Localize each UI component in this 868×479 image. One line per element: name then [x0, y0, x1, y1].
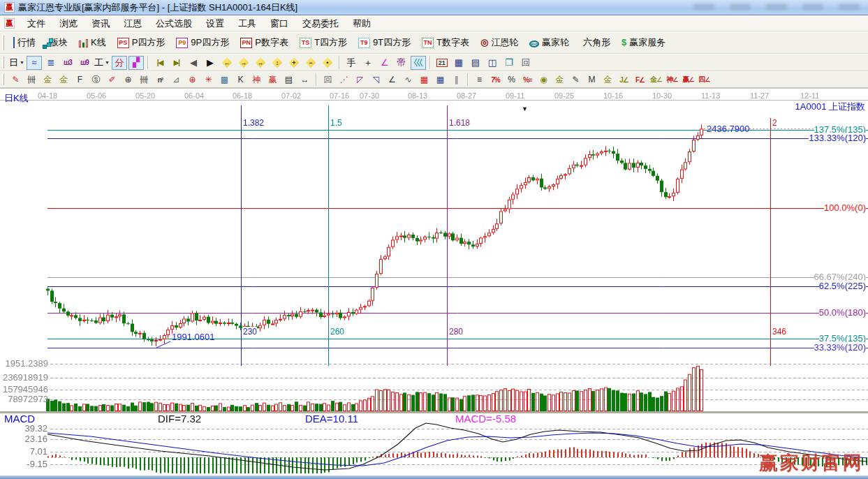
- tool-angle-measure[interactable]: ∠: [377, 56, 392, 70]
- tool-pattern-tool[interactable]: 巛: [411, 56, 426, 70]
- tool-ying-angle[interactable]: 赢∠: [681, 73, 696, 87]
- toolbar-button-9t-square[interactable]: T99T四方形: [353, 34, 416, 52]
- tool-page-left[interactable]: ◀: [186, 56, 201, 70]
- toolbar-button-winner-service[interactable]: $赢家服务: [616, 34, 671, 52]
- tool-gold-circle[interactable]: ◉: [536, 73, 551, 87]
- tool-box-tool[interactable]: 回: [321, 73, 335, 87]
- tool-fan-box[interactable]: ◸: [353, 73, 367, 87]
- toolbar-button-kline[interactable]: K线: [73, 34, 112, 52]
- toolbar-button-sectors[interactable]: 板块: [41, 34, 73, 52]
- square-of-nine-icon: n²: [158, 76, 163, 84]
- tool-measure-list[interactable]: ≡: [472, 73, 487, 87]
- tool-shen-angle[interactable]: 神∠: [665, 73, 679, 87]
- tool-last-page[interactable]: ▶|: [169, 56, 184, 70]
- tool-gann-fan[interactable]: ⋰: [337, 73, 351, 87]
- tool-f-angle[interactable]: F∠: [633, 73, 647, 87]
- toolbar-button-gann-wheel[interactable]: ◎江恩轮: [475, 34, 524, 52]
- toolbar-button-p-number[interactable]: PNP数字表: [235, 34, 294, 52]
- tool-web-grid[interactable]: ▩: [217, 73, 232, 87]
- tool-network[interactable]: ❐: [501, 56, 517, 70]
- tool-price-ruler[interactable]: ▤: [281, 73, 296, 87]
- tool-angle-lines[interactable]: ∠: [385, 73, 399, 87]
- toolbar-button-hexagon[interactable]: 六角形: [575, 34, 616, 52]
- tool-square-of-nine[interactable]: n²: [153, 73, 168, 87]
- tool-target-circle[interactable]: ⊕: [185, 73, 200, 87]
- menu-item-10[interactable]: 帮助: [346, 16, 378, 31]
- tool-calendar[interactable]: 21: [434, 56, 450, 70]
- tool-time-grid[interactable]: 卌: [137, 73, 152, 87]
- tool-pen-ruler[interactable]: ✐: [105, 73, 119, 87]
- tool-shift-left[interactable]: ←: [219, 56, 235, 70]
- tool-percent[interactable]: %: [504, 73, 519, 87]
- tool-parallel-lines[interactable]: ∥: [449, 73, 464, 87]
- tool-zoom-out[interactable]: −: [303, 56, 318, 70]
- tool-multi-chart-3[interactable]: ш3: [60, 56, 75, 70]
- tool-reset-view[interactable]: •: [320, 56, 335, 70]
- tool-info-list[interactable]: ≣: [43, 56, 59, 70]
- menu-item-5[interactable]: 公式选股: [149, 16, 199, 31]
- tool-multi-chart-9[interactable]: ш9: [77, 56, 92, 70]
- tool-notes[interactable]: ▤: [468, 56, 483, 70]
- tool-j-angle[interactable]: J∠: [617, 73, 631, 87]
- tool-first-page[interactable]: |◀: [152, 56, 168, 70]
- tool-crosshair[interactable]: ＋: [360, 56, 376, 70]
- toolbar-button-quotes[interactable]: 行情: [8, 34, 41, 52]
- menu-item-3[interactable]: 资讯: [84, 16, 117, 31]
- toolbar-button-t-square[interactable]: TST四方形: [294, 34, 353, 52]
- tool-intraday-chart[interactable]: ▞: [128, 56, 144, 70]
- tool-calculator[interactable]: ▦: [451, 56, 466, 70]
- shen-angle-icon: 神∠: [666, 75, 677, 84]
- tool-angle-ruler[interactable]: ⊿: [169, 73, 184, 87]
- tool-page-right[interactable]: ▶: [203, 56, 218, 70]
- tool-percent-7[interactable]: 7%: [488, 73, 503, 87]
- tool-radial-web[interactable]: ✳: [201, 73, 216, 87]
- tool-candle-style-selector[interactable]: 工▼: [94, 56, 110, 70]
- tool-grid-blue[interactable]: ▦: [433, 73, 448, 87]
- tool-si-angle[interactable]: 四∠: [697, 73, 712, 87]
- tool-wave-tool[interactable]: ∿: [401, 73, 415, 87]
- gold-grid-1-icon: 金: [44, 74, 52, 86]
- tool-gann-marker[interactable]: 帝: [394, 56, 409, 70]
- tool-gold-grid-2[interactable]: 金: [57, 73, 71, 87]
- tool-tick-chart[interactable]: 分: [112, 56, 127, 70]
- tool-shen-tool[interactable]: 神: [249, 73, 264, 87]
- menu-item-2[interactable]: 浏览: [52, 16, 84, 31]
- tool-expand-vertical[interactable]: ↕: [270, 56, 285, 70]
- tool-pan-hand[interactable]: 手: [344, 56, 359, 70]
- toolbar-button-9p-square[interactable]: P99P四方形: [170, 34, 235, 52]
- toolbar-button-t-number[interactable]: TNT数字表: [416, 34, 475, 52]
- tool-gann-line-group[interactable]: 卌: [24, 73, 39, 87]
- tool-circle-cycle[interactable]: ⊕: [121, 73, 135, 87]
- tool-shift-right[interactable]: →: [236, 56, 251, 70]
- tool-gold-grid-1[interactable]: 金: [41, 73, 55, 87]
- tool-expand-horizontal[interactable]: ↔: [253, 56, 268, 70]
- tool-annotate-pen[interactable]: ✎: [568, 73, 583, 87]
- tool-grid-red[interactable]: ▦: [417, 73, 432, 87]
- menu-item-8[interactable]: 窗口: [263, 16, 295, 31]
- tool-pen-tool[interactable]: ✎: [8, 73, 23, 87]
- tool-gold-lines[interactable]: 金: [552, 73, 567, 87]
- menu-item-4[interactable]: 江恩: [117, 16, 149, 31]
- tool-zoom-in[interactable]: +: [286, 56, 302, 70]
- tool-sketch-tool[interactable]: ≈: [27, 56, 42, 70]
- tool-wave-average[interactable]: M: [584, 73, 599, 87]
- tool-spiral-tool[interactable]: ⓢ: [89, 73, 103, 87]
- tool-gold-angle[interactable]: 金∠: [649, 73, 663, 87]
- menu-item-1[interactable]: 文件: [20, 16, 52, 31]
- tool-k-marker[interactable]: K: [233, 73, 248, 87]
- tool-period-day-selector[interactable]: 日▼: [8, 56, 25, 70]
- menu-item-7[interactable]: 工具: [231, 16, 263, 31]
- tool-percent-lines[interactable]: %≡: [520, 73, 535, 87]
- menu-item-6[interactable]: 设置: [199, 16, 231, 31]
- toolbar-button-winner-wheel[interactable]: Big赢家轮: [524, 34, 575, 52]
- candlestick-chart-canvas[interactable]: [0, 89, 868, 476]
- tool-fan-square[interactable]: ◹: [369, 73, 383, 87]
- toolbar-button-p-square[interactable]: PSP四方形: [112, 34, 171, 52]
- tool-gold-underline[interactable]: 金: [601, 73, 615, 87]
- tool-width-measure[interactable]: ↔: [297, 73, 312, 87]
- tool-save[interactable]: ◫: [485, 56, 500, 70]
- tool-ying-tool[interactable]: 赢: [265, 73, 280, 87]
- tool-fibonacci-grid[interactable]: F: [73, 73, 87, 87]
- menu-item-9[interactable]: 交易委托: [295, 16, 346, 31]
- tool-printer[interactable]: 回: [518, 56, 534, 70]
